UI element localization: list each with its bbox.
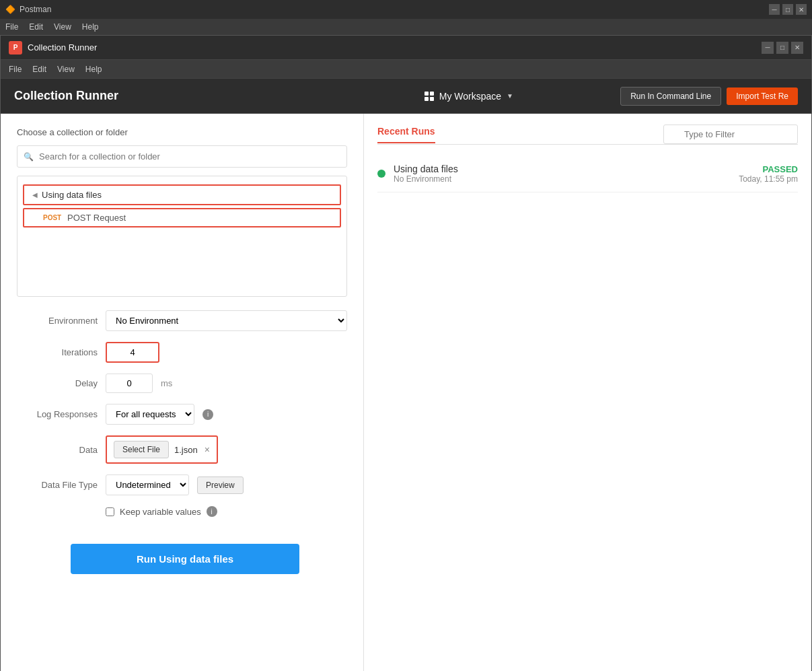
inner-maximize-button[interactable]: □ [776,42,788,54]
run-environment: No Environment [394,174,731,184]
iterations-row: Iterations [17,342,347,363]
inner-menubar: File Edit View Help [1,60,811,79]
page-title: Collection Runner [14,89,318,103]
minimize-button[interactable]: ─ [769,4,780,15]
collection-chevron-icon: ◀ [32,191,38,199]
data-row: Data Select File 1.json × [17,435,347,464]
import-test-button[interactable]: Import Test Re [727,87,798,105]
os-title-text: Postman [20,5,51,14]
search-icon: 🔍 [24,152,34,162]
inner-minimize-button[interactable]: ─ [762,42,774,54]
data-file-container: Select File 1.json × [106,435,218,464]
left-panel: Choose a collection or folder 🔍 ◀ Using … [1,114,364,671]
log-responses-label: Log Responses [17,409,98,419]
delay-row: Delay ms [17,374,347,393]
menu-file[interactable]: File [5,22,18,32]
keep-variable-info-icon[interactable]: i [207,506,217,517]
run-command-line-button[interactable]: Run In Command Line [620,87,721,106]
workspace-chevron-icon: ▼ [507,92,513,100]
maximize-button[interactable]: □ [782,4,793,15]
inner-menu-edit[interactable]: Edit [32,65,46,74]
run-status-dot [377,170,385,178]
inner-app-icon: P [9,41,22,55]
main-area: Collection Runner My Workspace ▼ Run In … [1,79,811,671]
os-title: 🔶 Postman [5,5,51,14]
environment-select[interactable]: No Environment [106,310,347,331]
inner-titlebar: P Collection Runner ─ □ ✕ [1,36,811,60]
app-icon: 🔶 [5,5,15,14]
workspace-name: My Workspace [439,91,501,102]
log-responses-select[interactable]: For all requests [106,404,194,425]
log-responses-row: Log Responses For all requests i [17,404,347,425]
run-time: Today, 11:55 pm [739,174,798,184]
delay-label: Delay [17,378,98,388]
inner-menu-file[interactable]: File [9,65,22,74]
run-name: Using data files [394,164,731,174]
delay-input[interactable] [106,374,153,393]
data-file-type-select[interactable]: Undetermined [106,474,189,495]
request-name: POST Request [67,213,126,223]
workspace-grid-icon [425,92,434,101]
inner-titlebar-controls[interactable]: ─ □ ✕ [762,42,803,54]
collection-name: Using data files [42,190,102,200]
app-header: Collection Runner My Workspace ▼ Run In … [1,79,811,114]
inner-menu-view[interactable]: View [57,65,75,74]
run-result: PASSED Today, 11:55 pm [739,164,798,184]
environment-label: Environment [17,316,98,326]
inner-window: P Collection Runner ─ □ ✕ File Edit View… [0,35,812,671]
header-actions: Run In Command Line Import Test Re [620,87,798,106]
inner-close-button[interactable]: ✕ [791,42,803,54]
recent-runs-header: Recent Runs 🔍 [377,125,798,144]
search-input[interactable] [17,145,347,168]
os-titlebar: 🔶 Postman ─ □ ✕ [0,0,812,19]
run-item[interactable]: Using data files No Environment PASSED T… [377,155,798,192]
iterations-input[interactable] [106,342,159,363]
collection-sub-item[interactable]: POST POST Request [23,208,341,227]
log-responses-info-icon[interactable]: i [202,409,213,420]
run-info: Using data files No Environment [394,164,731,184]
content-layout: Choose a collection or folder 🔍 ◀ Using … [1,114,811,671]
menu-view[interactable]: View [54,22,71,32]
os-titlebar-controls[interactable]: ─ □ ✕ [769,4,807,15]
collection-item[interactable]: ◀ Using data files [23,184,341,205]
app-menubar: File Edit View Help [0,19,812,35]
choose-collection-label: Choose a collection or folder [17,127,347,137]
data-label: Data [17,445,98,455]
workspace-selector[interactable]: My Workspace ▼ [318,91,621,102]
divider [377,144,798,145]
data-file-type-label: Data File Type [17,480,98,490]
file-name: 1.json [174,445,198,455]
recent-runs-tab[interactable]: Recent Runs [377,126,435,143]
run-status-text: PASSED [739,164,798,174]
select-file-button[interactable]: Select File [114,441,169,458]
iterations-label: Iterations [17,347,98,357]
keep-variable-label: Keep variable values [120,507,201,517]
collection-tree: ◀ Using data files POST POST Request [17,176,347,297]
method-badge: POST [43,214,63,221]
right-panel: Recent Runs 🔍 Using data files No Enviro… [364,114,811,671]
preview-button[interactable]: Preview [197,476,244,494]
run-button[interactable]: Run Using data files [71,544,299,574]
inner-menu-help[interactable]: Help [85,65,102,74]
environment-row: Environment No Environment [17,310,347,331]
filter-container: 🔍 [663,125,798,144]
search-container: 🔍 [17,145,347,168]
keep-variable-row: Keep variable values i [106,506,347,517]
delay-unit: ms [161,378,172,388]
close-button[interactable]: ✕ [796,4,807,15]
remove-file-button[interactable]: × [205,444,210,455]
data-file-type-row: Data File Type Undetermined Preview [17,474,347,495]
inner-title-text: Collection Runner [28,42,97,52]
filter-input[interactable] [663,125,798,144]
keep-variable-checkbox[interactable] [106,507,114,516]
menu-help[interactable]: Help [82,22,99,32]
menu-edit[interactable]: Edit [29,22,43,32]
